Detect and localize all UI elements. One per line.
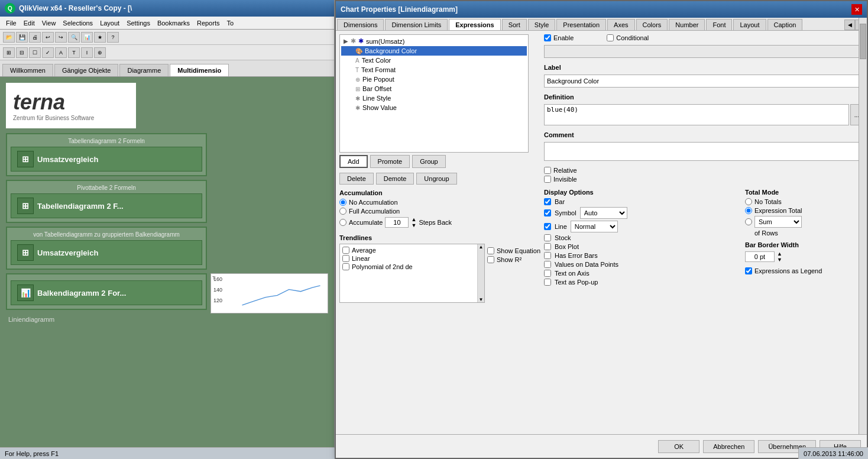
expr-pie-popout[interactable]: ⊕ Pie Popout bbox=[341, 75, 527, 84]
cancel-button[interactable]: Abbrechen bbox=[703, 440, 754, 453]
trendline-linear-cb[interactable] bbox=[342, 255, 349, 262]
tab-expressions[interactable]: Expressions bbox=[449, 19, 500, 30]
add-button[interactable]: Add bbox=[339, 155, 368, 168]
promote-button[interactable]: Promote bbox=[370, 155, 410, 168]
expression-total-radio[interactable] bbox=[745, 207, 752, 214]
bar-spinner-down[interactable]: ▼ bbox=[777, 257, 782, 263]
toolbar-btn-5[interactable]: ↪ bbox=[55, 32, 67, 43]
spinner-down[interactable]: ▼ bbox=[411, 222, 416, 228]
trendline-polynomial-cb[interactable] bbox=[342, 263, 349, 270]
display-symbol-cb[interactable] bbox=[544, 209, 551, 216]
display-bar-cb[interactable] bbox=[544, 198, 551, 205]
label-input[interactable] bbox=[544, 75, 863, 88]
no-totals-radio[interactable] bbox=[745, 198, 752, 205]
accum-no-radio[interactable] bbox=[339, 199, 346, 206]
toolbar-btn-7[interactable]: 📊 bbox=[81, 32, 93, 43]
toolbar-btn-1[interactable]: 📂 bbox=[3, 32, 15, 43]
expr-legend-cb[interactable] bbox=[745, 267, 752, 274]
tab-colors[interactable]: Colors bbox=[636, 19, 668, 30]
menu-selections[interactable]: Selections bbox=[59, 20, 96, 27]
toolbar-btn-3[interactable]: 🖨 bbox=[29, 32, 41, 43]
trendlines-scroll-up[interactable]: ▲ bbox=[478, 244, 484, 250]
tab-number[interactable]: Number bbox=[669, 19, 705, 30]
menu-to[interactable]: To bbox=[223, 20, 237, 27]
enable-checkbox[interactable] bbox=[544, 34, 551, 41]
tab-presentation[interactable]: Presentation bbox=[556, 19, 606, 30]
conditional-input[interactable] bbox=[544, 45, 863, 58]
toolbar-btn-6[interactable]: 🔍 bbox=[68, 32, 80, 43]
card-2-btn[interactable]: ⊞ Tabellendiagramm 2 F... bbox=[11, 193, 202, 218]
menu-bookmarks[interactable]: Bookmarks bbox=[154, 20, 193, 27]
tab-style[interactable]: Style bbox=[528, 19, 555, 30]
group-button[interactable]: Group bbox=[412, 155, 446, 168]
display-error-bars-cb[interactable] bbox=[544, 252, 551, 259]
tab-gaengige[interactable]: Gängige Objekte bbox=[54, 64, 119, 76]
toolbar-btn-16[interactable]: I bbox=[81, 47, 93, 58]
expr-bar-offset[interactable]: ⊞ Bar Offset bbox=[341, 84, 527, 93]
trendline-average-cb[interactable] bbox=[342, 247, 349, 254]
tab-multidimensio[interactable]: Multidimensio bbox=[170, 64, 229, 76]
toolbar-btn-8[interactable]: ★ bbox=[94, 32, 106, 43]
close-button[interactable]: ✕ bbox=[851, 4, 862, 15]
ungroup-button[interactable]: Ungroup bbox=[416, 173, 456, 185]
definition-input[interactable]: blue(40) bbox=[544, 104, 849, 125]
menu-layout[interactable]: Layout bbox=[96, 20, 123, 27]
menu-file[interactable]: File bbox=[2, 20, 20, 27]
spinner-up[interactable]: ▲ bbox=[411, 216, 416, 222]
accum-full-radio[interactable] bbox=[339, 208, 346, 215]
show-equation-cb[interactable] bbox=[487, 247, 494, 254]
menu-view[interactable]: View bbox=[38, 20, 60, 27]
demote-button[interactable]: Demote bbox=[376, 173, 414, 185]
expr-sum-umsatz[interactable]: ▶ ✱ ✱ sum(Umsatz) bbox=[341, 36, 527, 46]
expr-text-format[interactable]: T Text Format bbox=[341, 65, 527, 75]
tab-axes[interactable]: Axes bbox=[607, 19, 634, 30]
expr-text-color[interactable]: A Text Color bbox=[341, 56, 527, 65]
display-text-axis-cb[interactable] bbox=[544, 270, 551, 277]
toolbar-btn-10[interactable]: ⊞ bbox=[3, 47, 15, 58]
expr-show-value[interactable]: ✱ Show Value bbox=[341, 103, 527, 112]
toolbar-btn-11[interactable]: ⊟ bbox=[16, 47, 28, 58]
dialog-scrollbar[interactable] bbox=[859, 18, 867, 434]
display-popup-cb[interactable] bbox=[544, 279, 551, 286]
menu-settings[interactable]: Settings bbox=[123, 20, 154, 27]
show-r2-cb[interactable] bbox=[487, 256, 494, 263]
tab-layout[interactable]: Layout bbox=[733, 19, 766, 30]
toolbar-btn-14[interactable]: A bbox=[55, 47, 67, 58]
toolbar-btn-12[interactable]: ☐ bbox=[29, 47, 41, 58]
sum-radio[interactable] bbox=[745, 218, 752, 225]
display-boxplot-cb[interactable] bbox=[544, 243, 551, 250]
toolbar-btn-9[interactable]: ? bbox=[107, 32, 119, 43]
tab-diagramme[interactable]: Diagramme bbox=[119, 64, 169, 76]
conditional-checkbox[interactable] bbox=[607, 34, 614, 41]
trendlines-scroll-down[interactable]: ▼ bbox=[478, 297, 484, 302]
relative-checkbox[interactable] bbox=[544, 167, 551, 174]
toolbar-btn-2[interactable]: 💾 bbox=[16, 32, 28, 43]
tab-font[interactable]: Font bbox=[706, 19, 732, 30]
bar-border-input[interactable] bbox=[745, 251, 775, 262]
toolbar-btn-17[interactable]: ⊕ bbox=[94, 47, 106, 58]
accum-steps-input[interactable] bbox=[385, 217, 409, 228]
tab-dimensions[interactable]: Dimensions bbox=[337, 19, 384, 30]
menu-reports[interactable]: Reports bbox=[193, 20, 224, 27]
card-1-btn[interactable]: ⊞ Umsatzvergleich bbox=[11, 147, 202, 172]
toolbar-btn-4[interactable]: ↩ bbox=[42, 32, 54, 43]
tab-dimension-limits[interactable]: Dimension Limits bbox=[385, 19, 448, 30]
ok-button[interactable]: OK bbox=[658, 440, 699, 453]
toolbar-btn-15[interactable]: T bbox=[68, 47, 80, 58]
invisible-checkbox[interactable] bbox=[544, 176, 551, 183]
display-values-cb[interactable] bbox=[544, 261, 551, 268]
bar-spinner-up[interactable]: ▲ bbox=[777, 251, 782, 257]
line-select[interactable]: Normal bbox=[571, 221, 618, 232]
toolbar-btn-13[interactable]: ✓ bbox=[42, 47, 54, 58]
accum-steps-radio[interactable] bbox=[339, 219, 346, 226]
card-3-btn[interactable]: ⊞ Umsatzvergleich bbox=[11, 240, 202, 265]
tab-sort[interactable]: Sort bbox=[502, 19, 527, 30]
symbol-select[interactable]: Auto bbox=[580, 207, 627, 219]
card-4-btn[interactable]: 📊 Balkendiagramm 2 For... bbox=[11, 280, 202, 305]
comment-input[interactable] bbox=[544, 142, 863, 161]
expr-bg-color[interactable]: 🎨 Background Color bbox=[341, 46, 527, 56]
tab-nav-prev[interactable]: ◀ bbox=[844, 20, 855, 30]
display-stock-cb[interactable] bbox=[544, 234, 551, 241]
menu-edit[interactable]: Edit bbox=[20, 20, 38, 27]
expr-line-style[interactable]: ✱ Line Style bbox=[341, 93, 527, 103]
